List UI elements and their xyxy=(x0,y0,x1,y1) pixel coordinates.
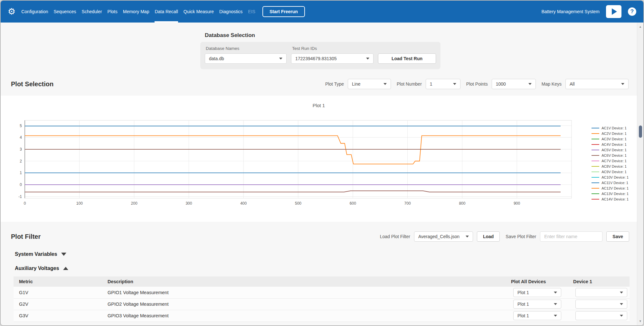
auxiliary-voltages-toggle[interactable]: Auxiliary Voltages xyxy=(15,265,68,271)
legend-label: AC7V Device: 1 xyxy=(601,159,627,163)
load-plot-filter-value: Averaged_Cells.json xyxy=(418,234,459,239)
test-run-ids-dropdown[interactable]: 1722394679.831305 xyxy=(291,53,374,64)
chevron-down-icon xyxy=(554,303,557,305)
plot-all-devices-dropdown[interactable]: Plot 1 xyxy=(513,300,561,309)
legend-item[interactable]: AC9V Device: 1 xyxy=(592,169,629,174)
plot-type-value: Line xyxy=(352,81,360,87)
plot-all-devices-dropdown[interactable]: Plot 1 xyxy=(513,288,561,297)
auxiliary-voltages-table: MetricDescriptionPlot All DevicesDevice … xyxy=(14,276,630,322)
plot-type-dropdown[interactable]: Line xyxy=(348,79,391,89)
scrollbar-thumb[interactable] xyxy=(639,126,642,138)
svg-text:600: 600 xyxy=(350,201,356,206)
legend-label: AC6V Device: 1 xyxy=(601,154,627,157)
plot-area: Plot 1 010020030040050060070080090054321… xyxy=(1,96,637,222)
metric-cell: G1V xyxy=(14,287,108,298)
chevron-down-icon xyxy=(620,315,623,317)
chevron-down-icon xyxy=(279,58,282,60)
device-1-dropdown[interactable] xyxy=(575,300,627,309)
system-variables-label: System Variables xyxy=(15,251,57,257)
svg-text:300: 300 xyxy=(185,201,192,206)
plot-selection-bar: Plot Selection Plot Type Line Plot Numbe… xyxy=(1,78,637,90)
map-keys-dropdown[interactable]: All xyxy=(565,79,629,89)
svg-text:4: 4 xyxy=(20,135,22,140)
auxiliary-voltages-label: Auxiliary Voltages xyxy=(15,265,59,271)
plot-number-label: Plot Number xyxy=(397,81,422,87)
legend-swatch xyxy=(592,161,599,161)
metric-cell: G3V xyxy=(14,310,108,321)
system-variables-toggle[interactable]: System Variables xyxy=(15,251,66,257)
legend-item[interactable]: AC5V Device: 1 xyxy=(592,147,629,153)
legend-item[interactable]: AC11V Device: 1 xyxy=(592,180,629,185)
nav-item-scheduler[interactable]: Scheduler xyxy=(82,1,102,23)
nav-item-plots[interactable]: Plots xyxy=(108,1,118,23)
database-names-value: data.db xyxy=(209,56,224,61)
legend-swatch xyxy=(592,182,599,183)
table-row-g1v: G1VGPIO1 Voltage MeasurementPlot 1 xyxy=(14,287,630,298)
plot-points-label: Plot Points xyxy=(466,81,488,87)
metric-cell: G2V xyxy=(14,298,108,310)
plot-all-devices-dropdown[interactable]: Plot 1 xyxy=(513,311,561,320)
load-plot-filter-dropdown[interactable]: Averaged_Cells.json xyxy=(414,231,473,242)
database-selection-panel: Database Names data.db Test Run IDs 1722… xyxy=(200,42,440,69)
legend-item[interactable]: AC13V Device: 1 xyxy=(592,191,629,196)
legend-swatch xyxy=(592,144,599,145)
nav-item-sequences[interactable]: Sequences xyxy=(54,1,76,23)
filter-name-input[interactable] xyxy=(540,231,602,242)
legend-item[interactable]: AC14V Device: 1 xyxy=(592,196,629,202)
legend-item[interactable]: AC12V Device: 1 xyxy=(592,185,629,191)
test-run-ids-label: Test Run IDs xyxy=(292,46,374,51)
start-freerun-button[interactable]: Start Freerun xyxy=(262,6,305,17)
help-icon[interactable]: ? xyxy=(628,7,636,16)
legend-item[interactable]: AC6V Device: 1 xyxy=(592,153,629,158)
chevron-down-icon xyxy=(61,253,66,256)
chevron-down-icon xyxy=(466,236,469,238)
nav-item-eis[interactable]: EIS xyxy=(248,1,255,23)
plot-selection-controls: Plot Type Line Plot Number 1 Plot Points… xyxy=(323,79,629,89)
svg-text:5: 5 xyxy=(20,124,22,128)
database-names-dropdown[interactable]: data.db xyxy=(205,53,287,64)
save-filter-button[interactable]: Save xyxy=(606,231,629,242)
plot-points-value: 1000 xyxy=(496,81,506,87)
nav-item-quick-measure[interactable]: Quick Measure xyxy=(184,1,214,23)
scrollbar-down-arrow[interactable]: ▼ xyxy=(637,318,643,325)
line-chart[interactable]: 0100200300400500600700800900543210-1 xyxy=(14,111,574,207)
load-filter-button[interactable]: Load xyxy=(477,231,500,242)
legend-swatch xyxy=(592,139,599,139)
plot-all-devices-dropdown-value: Plot 1 xyxy=(517,290,529,295)
plot-points-dropdown[interactable]: 1000 xyxy=(492,79,536,89)
nav-item-memory-map[interactable]: Memory Map xyxy=(123,1,149,23)
chevron-down-icon xyxy=(620,292,623,293)
test-run-ids-value: 1722394679.831305 xyxy=(295,56,336,61)
vertical-scrollbar[interactable]: ▲ ▼ xyxy=(637,23,643,325)
legend-item[interactable]: AC1V Device: 1 xyxy=(592,125,629,131)
plot-number-value: 1 xyxy=(430,81,432,87)
settings-gear-icon[interactable]: ⚙ xyxy=(8,7,15,16)
plot-number-dropdown[interactable]: 1 xyxy=(426,79,460,89)
chevron-down-icon xyxy=(384,83,387,85)
play-button[interactable] xyxy=(606,5,621,18)
legend-item[interactable]: AC3V Device: 1 xyxy=(592,136,629,142)
legend-item[interactable]: AC4V Device: 1 xyxy=(592,142,629,147)
chevron-down-icon xyxy=(554,315,557,317)
legend-item[interactable]: AC10V Device: 1 xyxy=(592,174,629,180)
legend-swatch xyxy=(592,177,599,178)
device-1-dropdown[interactable] xyxy=(575,311,627,320)
legend-label: AC2V Device: 1 xyxy=(601,132,627,135)
legend-item[interactable]: AC8V Device: 1 xyxy=(592,163,629,169)
legend-item[interactable]: AC2V Device: 1 xyxy=(592,131,629,136)
svg-text:-1: -1 xyxy=(18,194,22,199)
scrollbar-up-arrow[interactable]: ▲ xyxy=(637,23,643,30)
svg-text:200: 200 xyxy=(131,201,137,206)
legend-label: AC14V Device: 1 xyxy=(601,197,629,201)
nav-item-configuration[interactable]: Configuration xyxy=(21,1,48,23)
load-test-run-button[interactable]: Load Test Run xyxy=(378,53,436,64)
nav-item-diagnostics[interactable]: Diagnostics xyxy=(219,1,242,23)
main-nav: ConfigurationSequencesSchedulerPlotsMemo… xyxy=(21,1,255,23)
legend-item[interactable]: AC7V Device: 1 xyxy=(592,158,629,163)
page-content: Database Selection Database Names data.d… xyxy=(1,23,637,325)
svg-text:900: 900 xyxy=(514,201,520,206)
device-1-dropdown[interactable] xyxy=(575,288,627,297)
legend-label: AC1V Device: 1 xyxy=(601,126,627,130)
nav-item-data-recall[interactable]: Data Recall xyxy=(155,1,178,23)
table-header-row: MetricDescriptionPlot All DevicesDevice … xyxy=(14,276,630,287)
